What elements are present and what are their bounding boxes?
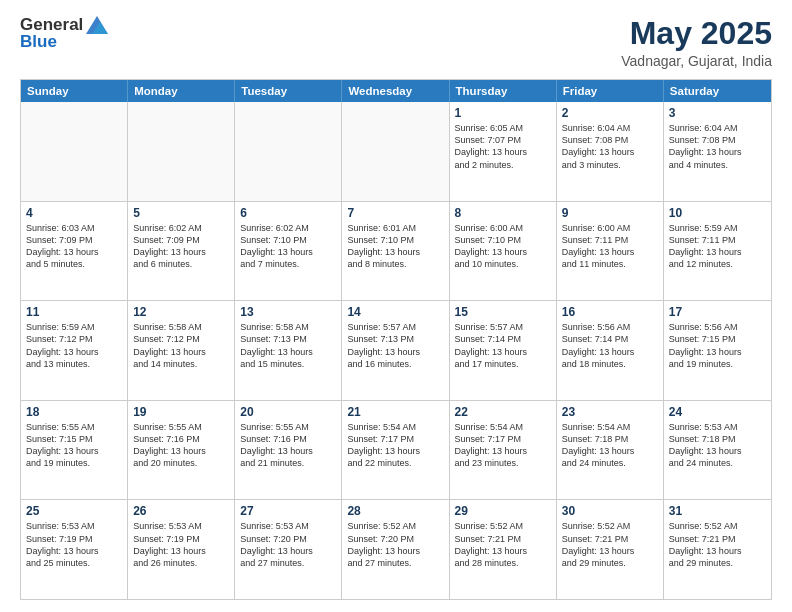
cell-info: Sunrise: 5:52 AMSunset: 7:21 PMDaylight:… <box>562 521 635 567</box>
cal-cell: 16Sunrise: 5:56 AMSunset: 7:14 PMDayligh… <box>557 301 664 400</box>
cal-cell: 21Sunrise: 5:54 AMSunset: 7:17 PMDayligh… <box>342 401 449 500</box>
logo-icon <box>86 16 108 34</box>
day-number: 25 <box>26 504 122 518</box>
day-number: 23 <box>562 405 658 419</box>
page: General Blue May 2025 Vadnagar, Gujarat,… <box>0 0 792 612</box>
day-header-wednesday: Wednesday <box>342 80 449 102</box>
calendar-body: 1Sunrise: 6:05 AMSunset: 7:07 PMDaylight… <box>21 102 771 599</box>
day-number: 13 <box>240 305 336 319</box>
cal-cell: 18Sunrise: 5:55 AMSunset: 7:15 PMDayligh… <box>21 401 128 500</box>
title-area: May 2025 Vadnagar, Gujarat, India <box>621 16 772 69</box>
day-number: 4 <box>26 206 122 220</box>
calendar: SundayMondayTuesdayWednesdayThursdayFrid… <box>20 79 772 600</box>
day-number: 6 <box>240 206 336 220</box>
cell-info: Sunrise: 5:54 AMSunset: 7:17 PMDaylight:… <box>347 422 420 468</box>
day-number: 7 <box>347 206 443 220</box>
cell-info: Sunrise: 5:53 AMSunset: 7:20 PMDaylight:… <box>240 521 313 567</box>
location: Vadnagar, Gujarat, India <box>621 53 772 69</box>
cell-info: Sunrise: 5:53 AMSunset: 7:19 PMDaylight:… <box>26 521 99 567</box>
month-title: May 2025 <box>621 16 772 51</box>
day-number: 21 <box>347 405 443 419</box>
day-header-saturday: Saturday <box>664 80 771 102</box>
cal-cell <box>235 102 342 201</box>
cal-cell: 6Sunrise: 6:02 AMSunset: 7:10 PMDaylight… <box>235 202 342 301</box>
cell-info: Sunrise: 5:59 AMSunset: 7:12 PMDaylight:… <box>26 322 99 368</box>
header: General Blue May 2025 Vadnagar, Gujarat,… <box>20 16 772 69</box>
cal-cell: 15Sunrise: 5:57 AMSunset: 7:14 PMDayligh… <box>450 301 557 400</box>
cal-cell <box>128 102 235 201</box>
cal-cell: 31Sunrise: 5:52 AMSunset: 7:21 PMDayligh… <box>664 500 771 599</box>
day-number: 27 <box>240 504 336 518</box>
day-number: 8 <box>455 206 551 220</box>
cal-cell: 30Sunrise: 5:52 AMSunset: 7:21 PMDayligh… <box>557 500 664 599</box>
cal-cell: 7Sunrise: 6:01 AMSunset: 7:10 PMDaylight… <box>342 202 449 301</box>
cal-cell: 3Sunrise: 6:04 AMSunset: 7:08 PMDaylight… <box>664 102 771 201</box>
day-number: 29 <box>455 504 551 518</box>
cell-info: Sunrise: 5:58 AMSunset: 7:13 PMDaylight:… <box>240 322 313 368</box>
cell-info: Sunrise: 6:04 AMSunset: 7:08 PMDaylight:… <box>562 123 635 169</box>
day-number: 10 <box>669 206 766 220</box>
day-number: 28 <box>347 504 443 518</box>
cal-cell: 19Sunrise: 5:55 AMSunset: 7:16 PMDayligh… <box>128 401 235 500</box>
logo-blue: Blue <box>20 33 57 52</box>
day-number: 2 <box>562 106 658 120</box>
day-number: 18 <box>26 405 122 419</box>
cell-info: Sunrise: 5:54 AMSunset: 7:17 PMDaylight:… <box>455 422 528 468</box>
cell-info: Sunrise: 6:05 AMSunset: 7:07 PMDaylight:… <box>455 123 528 169</box>
day-number: 11 <box>26 305 122 319</box>
cal-cell: 1Sunrise: 6:05 AMSunset: 7:07 PMDaylight… <box>450 102 557 201</box>
cal-cell: 14Sunrise: 5:57 AMSunset: 7:13 PMDayligh… <box>342 301 449 400</box>
cell-info: Sunrise: 5:59 AMSunset: 7:11 PMDaylight:… <box>669 223 742 269</box>
cal-cell: 24Sunrise: 5:53 AMSunset: 7:18 PMDayligh… <box>664 401 771 500</box>
cal-cell <box>21 102 128 201</box>
week-row-5: 25Sunrise: 5:53 AMSunset: 7:19 PMDayligh… <box>21 500 771 599</box>
day-number: 31 <box>669 504 766 518</box>
cell-info: Sunrise: 6:04 AMSunset: 7:08 PMDaylight:… <box>669 123 742 169</box>
day-header-sunday: Sunday <box>21 80 128 102</box>
day-number: 19 <box>133 405 229 419</box>
cell-info: Sunrise: 5:55 AMSunset: 7:16 PMDaylight:… <box>240 422 313 468</box>
cal-cell: 29Sunrise: 5:52 AMSunset: 7:21 PMDayligh… <box>450 500 557 599</box>
day-number: 24 <box>669 405 766 419</box>
day-number: 30 <box>562 504 658 518</box>
cal-cell: 27Sunrise: 5:53 AMSunset: 7:20 PMDayligh… <box>235 500 342 599</box>
cell-info: Sunrise: 6:03 AMSunset: 7:09 PMDaylight:… <box>26 223 99 269</box>
cal-cell: 28Sunrise: 5:52 AMSunset: 7:20 PMDayligh… <box>342 500 449 599</box>
cell-info: Sunrise: 6:00 AMSunset: 7:11 PMDaylight:… <box>562 223 635 269</box>
day-number: 5 <box>133 206 229 220</box>
cal-cell: 5Sunrise: 6:02 AMSunset: 7:09 PMDaylight… <box>128 202 235 301</box>
cal-cell: 2Sunrise: 6:04 AMSunset: 7:08 PMDaylight… <box>557 102 664 201</box>
week-row-3: 11Sunrise: 5:59 AMSunset: 7:12 PMDayligh… <box>21 301 771 401</box>
cell-info: Sunrise: 5:54 AMSunset: 7:18 PMDaylight:… <box>562 422 635 468</box>
cal-cell: 26Sunrise: 5:53 AMSunset: 7:19 PMDayligh… <box>128 500 235 599</box>
cell-info: Sunrise: 5:57 AMSunset: 7:14 PMDaylight:… <box>455 322 528 368</box>
week-row-4: 18Sunrise: 5:55 AMSunset: 7:15 PMDayligh… <box>21 401 771 501</box>
cell-info: Sunrise: 6:01 AMSunset: 7:10 PMDaylight:… <box>347 223 420 269</box>
cal-cell: 12Sunrise: 5:58 AMSunset: 7:12 PMDayligh… <box>128 301 235 400</box>
cell-info: Sunrise: 5:52 AMSunset: 7:21 PMDaylight:… <box>669 521 742 567</box>
cell-info: Sunrise: 5:52 AMSunset: 7:21 PMDaylight:… <box>455 521 528 567</box>
cal-cell: 17Sunrise: 5:56 AMSunset: 7:15 PMDayligh… <box>664 301 771 400</box>
cal-cell: 9Sunrise: 6:00 AMSunset: 7:11 PMDaylight… <box>557 202 664 301</box>
cal-cell: 10Sunrise: 5:59 AMSunset: 7:11 PMDayligh… <box>664 202 771 301</box>
cell-info: Sunrise: 5:57 AMSunset: 7:13 PMDaylight:… <box>347 322 420 368</box>
cell-info: Sunrise: 5:56 AMSunset: 7:15 PMDaylight:… <box>669 322 742 368</box>
cal-cell: 11Sunrise: 5:59 AMSunset: 7:12 PMDayligh… <box>21 301 128 400</box>
day-number: 26 <box>133 504 229 518</box>
day-number: 9 <box>562 206 658 220</box>
cal-cell: 20Sunrise: 5:55 AMSunset: 7:16 PMDayligh… <box>235 401 342 500</box>
day-number: 16 <box>562 305 658 319</box>
day-number: 20 <box>240 405 336 419</box>
cell-info: Sunrise: 5:58 AMSunset: 7:12 PMDaylight:… <box>133 322 206 368</box>
cell-info: Sunrise: 5:55 AMSunset: 7:15 PMDaylight:… <box>26 422 99 468</box>
cell-info: Sunrise: 6:00 AMSunset: 7:10 PMDaylight:… <box>455 223 528 269</box>
cal-cell <box>342 102 449 201</box>
day-number: 22 <box>455 405 551 419</box>
day-header-monday: Monday <box>128 80 235 102</box>
day-header-tuesday: Tuesday <box>235 80 342 102</box>
week-row-1: 1Sunrise: 6:05 AMSunset: 7:07 PMDaylight… <box>21 102 771 202</box>
day-number: 15 <box>455 305 551 319</box>
cell-info: Sunrise: 5:53 AMSunset: 7:19 PMDaylight:… <box>133 521 206 567</box>
cal-cell: 22Sunrise: 5:54 AMSunset: 7:17 PMDayligh… <box>450 401 557 500</box>
cal-cell: 4Sunrise: 6:03 AMSunset: 7:09 PMDaylight… <box>21 202 128 301</box>
